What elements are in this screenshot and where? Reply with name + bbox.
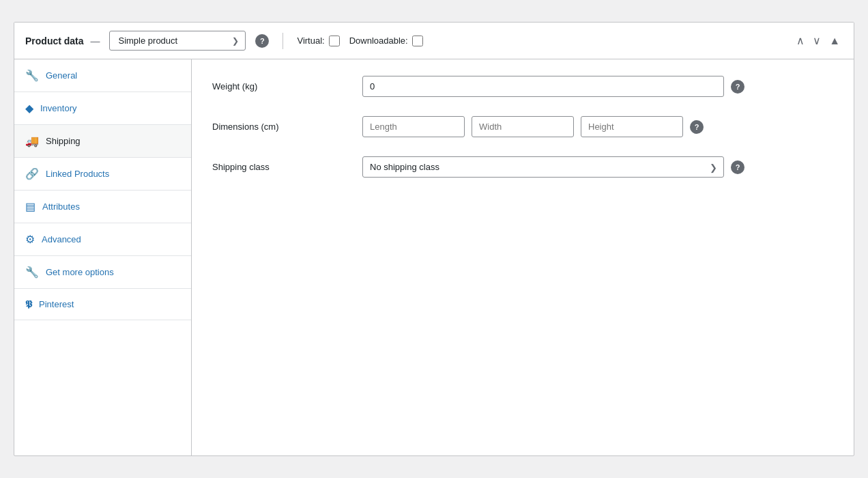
toggle-button[interactable]: ▲ bbox=[826, 32, 843, 50]
panel-body: 🔧 General ◆ Inventory 🚚 Shipping 🔗 Linke… bbox=[14, 59, 854, 455]
length-input[interactable] bbox=[362, 116, 465, 137]
sidebar-item-shipping-label: Shipping bbox=[46, 136, 81, 146]
downloadable-checkbox[interactable] bbox=[412, 36, 423, 46]
sidebar-item-get-more-options-label: Get more options bbox=[46, 267, 114, 277]
sidebar-item-pinterest[interactable]: 𝕻 Pinterest bbox=[14, 289, 191, 320]
sidebar-item-get-more-options[interactable]: 🔧 Get more options bbox=[14, 256, 191, 289]
weight-field-control: ? bbox=[362, 76, 833, 97]
dimensions-inputs bbox=[362, 116, 683, 137]
downloadable-label: Downloadable: bbox=[349, 36, 408, 46]
inventory-icon: ◆ bbox=[25, 102, 33, 115]
shipping-class-help-icon[interactable]: ? bbox=[731, 160, 744, 174]
width-input[interactable] bbox=[472, 116, 574, 137]
dimensions-field-row: Dimensions (cm) ? bbox=[212, 116, 833, 137]
collapse-up-button[interactable]: ∧ bbox=[794, 31, 807, 50]
virtual-label: Virtual: bbox=[297, 36, 324, 46]
dimensions-help-icon[interactable]: ? bbox=[690, 120, 704, 134]
sidebar-item-linked-products[interactable]: 🔗 Linked Products bbox=[14, 158, 191, 191]
downloadable-checkbox-group: Downloadable: bbox=[349, 36, 423, 46]
sidebar-item-attributes-label: Attributes bbox=[42, 201, 80, 212]
pinterest-icon: 𝕻 bbox=[25, 298, 32, 310]
header-controls: ∧ ∨ ▲ bbox=[794, 31, 843, 50]
panel-header: Product data — Simple product ❯ ? Virtua… bbox=[14, 23, 854, 59]
options-icon: 🔧 bbox=[25, 266, 39, 279]
product-type-wrapper[interactable]: Simple product ❯ bbox=[109, 31, 246, 51]
dimensions-field-control: ? bbox=[362, 116, 833, 137]
sidebar-item-advanced[interactable]: ⚙ Advanced bbox=[14, 223, 191, 256]
panel-title: Product data — bbox=[25, 36, 100, 46]
shipping-class-select[interactable]: No shipping class bbox=[362, 156, 724, 178]
sidebar-item-linked-products-label: Linked Products bbox=[46, 169, 109, 179]
weight-field-row: Weight (kg) ? bbox=[212, 76, 833, 97]
sidebar-item-general-label: General bbox=[46, 70, 77, 81]
height-input[interactable] bbox=[581, 116, 683, 137]
dimensions-label: Dimensions (cm) bbox=[212, 116, 349, 132]
gear-icon: ⚙ bbox=[25, 233, 35, 246]
link-icon: 🔗 bbox=[25, 167, 39, 180]
sidebar-item-inventory[interactable]: ◆ Inventory bbox=[14, 92, 191, 125]
virtual-checkbox-group: Virtual: bbox=[297, 36, 339, 46]
weight-help-icon[interactable]: ? bbox=[731, 80, 744, 94]
sidebar-item-shipping[interactable]: 🚚 Shipping bbox=[14, 125, 191, 158]
sidebar-item-pinterest-label: Pinterest bbox=[39, 299, 74, 309]
collapse-down-button[interactable]: ∨ bbox=[810, 31, 824, 50]
shipping-class-label: Shipping class bbox=[212, 156, 349, 172]
weight-label: Weight (kg) bbox=[212, 76, 349, 92]
product-data-panel: Product data — Simple product ❯ ? Virtua… bbox=[14, 22, 854, 456]
shipping-class-field-row: Shipping class No shipping class ❯ ? bbox=[212, 156, 833, 178]
virtual-checkbox[interactable] bbox=[329, 36, 340, 46]
weight-input[interactable] bbox=[362, 76, 724, 97]
truck-icon: 🚚 bbox=[25, 135, 39, 147]
shipping-content: Weight (kg) ? Dimensions (cm) ? bbox=[192, 59, 854, 455]
sidebar-item-advanced-label: Advanced bbox=[42, 234, 81, 244]
sidebar-item-general[interactable]: 🔧 General bbox=[14, 59, 191, 92]
product-type-select[interactable]: Simple product bbox=[109, 31, 246, 51]
header-divider bbox=[283, 33, 283, 49]
help-icon[interactable]: ? bbox=[255, 34, 269, 48]
attributes-icon: ▤ bbox=[25, 200, 35, 213]
sidebar-item-attributes[interactable]: ▤ Attributes bbox=[14, 191, 191, 223]
sidebar: 🔧 General ◆ Inventory 🚚 Shipping 🔗 Linke… bbox=[14, 59, 192, 455]
wrench-icon: 🔧 bbox=[25, 69, 39, 82]
shipping-class-field-control: No shipping class ❯ ? bbox=[362, 156, 833, 178]
sidebar-item-inventory-label: Inventory bbox=[40, 103, 76, 113]
shipping-class-wrapper[interactable]: No shipping class ❯ bbox=[362, 156, 724, 178]
